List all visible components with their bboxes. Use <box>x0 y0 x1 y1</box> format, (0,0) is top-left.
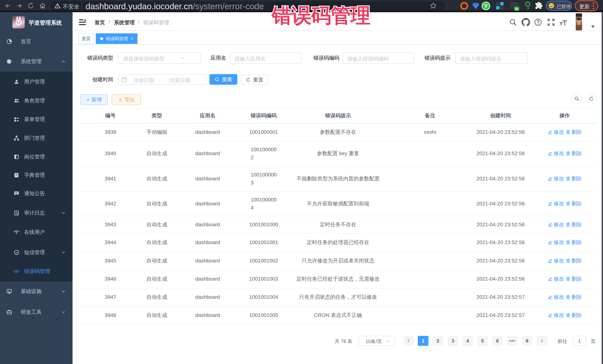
svg-text:on: on <box>515 7 518 10</box>
